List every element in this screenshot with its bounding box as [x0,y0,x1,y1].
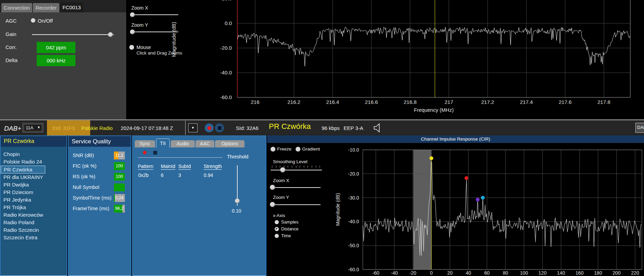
cir-x-tick: 60 [484,270,490,276]
agc-radio[interactable] [31,18,35,23]
cir-x-tick: 220 [631,270,639,276]
station-list-item[interactable]: Radio Poland [1,219,67,226]
cir-panel: -10.0-20.0-30.0-40.0-50.0-60.0-60-40-200… [267,135,644,276]
service-quality-row: FIC (ok %)100 [69,162,131,170]
stop-icon [218,126,222,130]
smoothing-slider-thumb[interactable] [280,167,285,172]
record-indicator-icon[interactable] [143,151,146,154]
spectrum-zoom-y-track[interactable] [131,32,178,32]
cir-x-tick: 180 [594,270,602,276]
spectrum-y-tick: -20.0 [220,45,232,51]
station-list-item[interactable]: Radio Kierowców [1,211,67,219]
cir-zoom-x-thumb[interactable] [270,185,275,190]
delta-value: 000 kHz [37,55,75,66]
cir-y-axis-label: Magnitude (dB) [335,193,341,226]
service-quality-row: Null Symbol [69,183,131,191]
spectrum-x-tick: 217.4 [520,99,533,105]
service-name: PR Czwórka [269,122,311,131]
cir-zoom-x-label: Zoom X [273,178,289,183]
current-service-header: PR Czwórka [4,138,34,144]
speaker-icon[interactable] [373,123,382,133]
station-list-item[interactable]: PR Trójka [1,204,67,211]
corr-label: Corr. [5,44,17,50]
stop-indicator-icon[interactable] [153,151,157,155]
tii-peak-marker [430,156,433,160]
stop-button[interactable] [215,123,224,132]
tab-connection[interactable]: Connection [1,3,32,12]
cir-zoom-x-track[interactable] [271,187,321,188]
station-list-item[interactable]: Radio Szczecin [1,226,67,234]
cir-y-tick: -30.0 [348,195,359,201]
cir-x-tick: 40 [466,270,471,276]
cir-x-tick: 20 [447,270,453,276]
tab-sync[interactable]: Sync [135,140,155,147]
channel-combo-value: 11A [26,125,33,130]
tii-column-header: Strength [204,164,222,169]
station-list: ChopinPolskie Radio 24PR CzwórkaPR dla U… [1,151,67,241]
ensemble-id: EId: 31F3 [52,125,75,131]
tab-tii[interactable]: TII [156,139,170,148]
sq-metric-bar: 11,1 [114,152,125,159]
x-axis-time-radio[interactable] [275,234,279,238]
sq-metric-value: 96,2 [114,206,125,211]
cir-plot[interactable]: -10.0-20.0-30.0-40.0-50.0-60.0-60-40-200… [267,135,644,276]
station-list-item[interactable]: PR Dzieciom [1,189,67,196]
tab-recorder[interactable]: Recorder [33,3,59,12]
cir-x-tick: 80 [503,270,508,276]
station-list-item[interactable]: PR Jedynka [1,196,67,204]
tab-options[interactable]: Options [215,140,245,147]
dab-mode-label: DAB+ [4,125,21,132]
threshold-value: 0.10 [232,208,241,214]
spectrum-x-tick: 216 [251,99,259,105]
tii-cell: 3 [178,172,181,178]
protection-level: EEP 3-A [344,125,363,131]
sq-metric-value: 100 [114,174,125,179]
tab-audio[interactable]: Audio [171,140,195,147]
cir-y-tick: -10.0 [348,147,359,153]
x-axis-distance-radio[interactable] [275,227,279,231]
sq-metric-value: 100 [114,164,125,168]
service-bitrate: 96 kbps [322,125,340,131]
service-quality-row: SNR (dB)11,1 [69,152,131,159]
spectrum-zoom-x-track[interactable] [131,14,178,15]
x-axis-samples-radio[interactable] [275,220,279,224]
channel-combo[interactable]: 11A ▼ [23,123,43,132]
service-id: SId: 32A6 [236,125,259,131]
record-button[interactable] [205,123,214,132]
gain-slider-thumb[interactable] [108,32,113,37]
gradient-radio[interactable] [296,147,300,152]
agc-onoff-label: On/Off [38,18,53,24]
sq-metric-value: 11,1 [114,153,125,158]
sq-metric-bar: 96,2 [114,205,125,213]
freeze-radio[interactable] [271,147,275,152]
x-axis-distance-label: Distance [281,226,299,231]
station-list-item[interactable]: Chopin [1,151,67,158]
spectrum-zoom-x-thumb[interactable] [130,12,135,17]
tii-column-header: MainId [161,164,175,169]
station-list-item[interactable]: PR Dwójka [1,181,67,189]
smoothing-tick-marks [272,166,320,168]
station-list-item[interactable]: Polskie Radio 24 [1,158,67,166]
threshold-label: Threshold [227,154,248,159]
station-list-item[interactable]: Szczecin Extra [1,234,67,241]
tab-aac[interactable]: AAC [195,140,214,147]
sq-metric-label: SNR (dB) [73,153,94,158]
cir-x-tick: 160 [575,270,584,276]
threshold-slider-thumb[interactable] [235,199,240,203]
smoothing-slider-track[interactable] [271,170,322,170]
spectrum-zoom-y-thumb[interactable] [130,29,135,34]
cir-zoom-y-track[interactable] [271,204,321,205]
ensemble-bar: DAB+ 11A ▼ EId: 31F3 Polskie Radio 2024-… [0,119,644,135]
gain-slider-track[interactable] [32,34,114,35]
record-icon [207,126,211,130]
cir-x-tick: -40 [391,270,398,276]
record-options-dropdown[interactable]: ▼ [188,123,198,132]
station-list-item[interactable]: PR dla UKRAINY [1,173,67,181]
cir-x-tick: 120 [538,270,547,276]
mouse-zoom-radio[interactable] [129,45,134,50]
station-list-item[interactable]: PR Czwórka [1,166,45,173]
dab-mode-button[interactable]: DAB [635,123,644,133]
sq-metric-label: FIC (ok %) [73,163,96,169]
cir-zoom-y-thumb[interactable] [270,202,275,207]
tab-fc0013[interactable]: FC0013 [60,2,83,12]
